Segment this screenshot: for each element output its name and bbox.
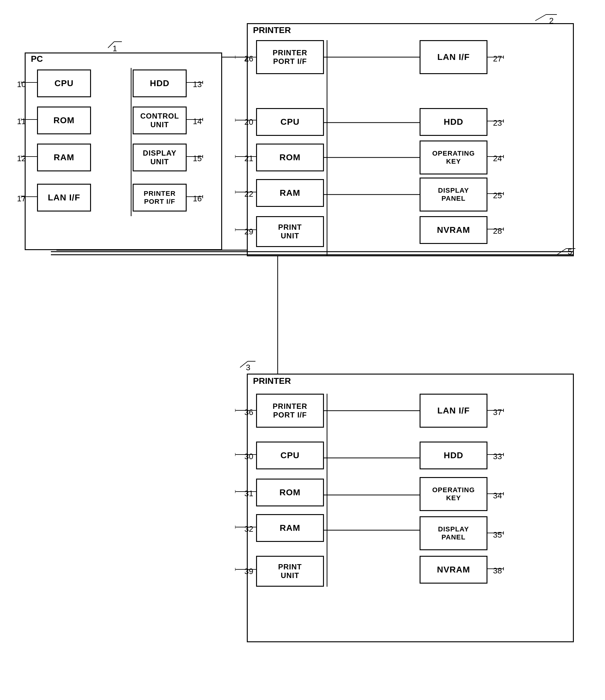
- pc-label: PC: [31, 54, 43, 64]
- p2-ram-label: RAM: [280, 188, 300, 198]
- p2-print-unit-block: PRINTUNIT: [256, 216, 324, 247]
- p3-nvram-block: NVRAM: [420, 556, 488, 583]
- pc-cpu-block: CPU: [37, 70, 91, 97]
- p2-rom-label: ROM: [280, 153, 300, 162]
- p3-hdd-label: HDD: [444, 451, 464, 460]
- pc-printer-port-if-block: PRINTERPORT I/F: [133, 184, 187, 211]
- pc-cpu-label: CPU: [54, 78, 73, 88]
- pc-display-unit-block: DISPLAYUNIT: [133, 144, 187, 171]
- p2-operating-key-label: OPERATINGKEY: [432, 149, 475, 166]
- pc-printer-port-if-label: PRINTERPORT I/F: [144, 190, 176, 206]
- pc-control-unit-label: CONTROLUNIT: [140, 112, 179, 129]
- p2-cpu-label: CPU: [281, 117, 299, 127]
- p2-lan-if-block: LAN I/F: [420, 40, 488, 74]
- p3-operating-key-label: OPERATINGKEY: [432, 486, 475, 502]
- p2-nvram-label: NVRAM: [437, 225, 470, 235]
- pc-display-unit-label: DISPLAYUNIT: [143, 149, 177, 166]
- pc-lan-label: LAN I/F: [48, 193, 80, 203]
- p3-cpu-label: CPU: [281, 451, 299, 460]
- p3-ram-label: RAM: [280, 523, 300, 533]
- p3-lan-if-block: LAN I/F: [420, 394, 488, 428]
- p3-hdd-block: HDD: [420, 442, 488, 469]
- p2-operating-key-block: OPERATINGKEY: [420, 141, 488, 174]
- printer3-label: PRINTER: [253, 376, 291, 386]
- p2-display-panel-block: DISPLAYPANEL: [420, 178, 488, 211]
- p3-print-unit-block: PRINTUNIT: [256, 556, 324, 587]
- svg-line-25: [108, 42, 114, 48]
- pc-hdd-label: HDD: [150, 78, 170, 88]
- p3-display-panel-label: DISPLAYPANEL: [438, 525, 469, 541]
- pc-ram-block: RAM: [37, 144, 91, 171]
- p2-display-panel-label: DISPLAYPANEL: [438, 186, 469, 203]
- p3-rom-label: ROM: [280, 488, 300, 497]
- p3-ram-block: RAM: [256, 514, 324, 542]
- p2-print-unit-label: PRINTUNIT: [278, 223, 302, 240]
- p2-ram-block: RAM: [256, 179, 324, 207]
- p3-cpu-block: CPU: [256, 442, 324, 469]
- p2-lan-if-label: LAN I/F: [438, 52, 470, 62]
- svg-line-67: [557, 249, 566, 255]
- pc-ram-label: RAM: [54, 153, 74, 162]
- p3-nvram-label: NVRAM: [437, 565, 470, 575]
- p2-nvram-block: NVRAM: [420, 216, 488, 244]
- pc-rom-label: ROM: [53, 116, 74, 125]
- p3-printer-port-if-label: PRINTERPORT I/F: [273, 402, 307, 419]
- p2-cpu-block: CPU: [256, 108, 324, 136]
- pc-lan-block: LAN I/F: [37, 184, 91, 211]
- pc-rom-block: ROM: [37, 106, 91, 134]
- diagram-container: PC 1 CPU 10 ROM 11 RAM 12 LAN I/F: [0, 0, 605, 700]
- pc-control-unit-block: CONTROLUNIT: [133, 106, 187, 134]
- p3-operating-key-block: OPERATINGKEY: [420, 477, 488, 511]
- svg-line-69: [240, 361, 248, 368]
- p3-printer-port-if-block: PRINTERPORT I/F: [256, 394, 324, 428]
- printer2-label: PRINTER: [253, 25, 291, 35]
- p3-rom-block: ROM: [256, 479, 324, 506]
- p2-hdd-block: HDD: [420, 108, 488, 136]
- p3-print-unit-label: PRINTUNIT: [278, 562, 302, 580]
- svg-line-43: [535, 15, 546, 21]
- p3-lan-if-label: LAN I/F: [438, 406, 470, 416]
- p2-hdd-label: HDD: [444, 117, 464, 127]
- p2-rom-block: ROM: [256, 144, 324, 171]
- p3-display-panel-block: DISPLAYPANEL: [420, 516, 488, 550]
- pc-hdd-block: HDD: [133, 70, 187, 97]
- p2-printer-port-if-label: PRINTERPORT I/F: [273, 48, 307, 66]
- p2-printer-port-if-block: PRINTERPORT I/F: [256, 40, 324, 74]
